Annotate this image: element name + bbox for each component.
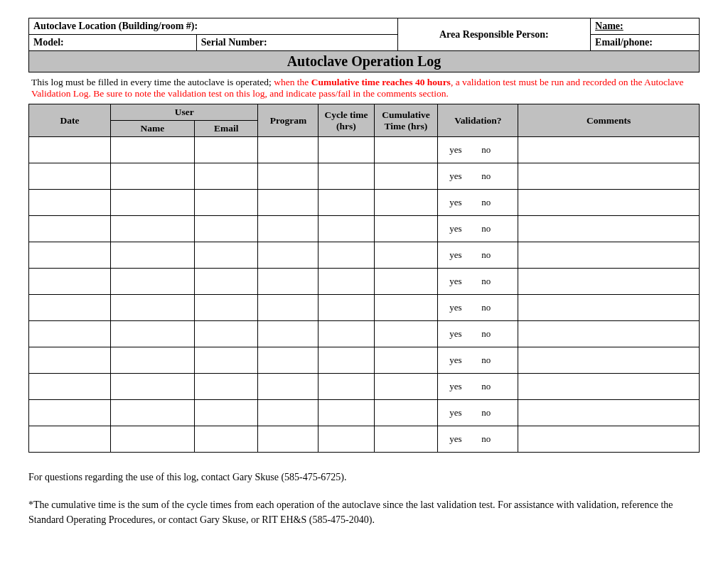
- table-cell: [29, 295, 111, 321]
- table-cell: [374, 347, 438, 374]
- table-cell: yesno: [438, 163, 518, 190]
- validation-yes: yes: [442, 249, 481, 261]
- validation-no: no: [481, 433, 510, 445]
- th-cycle: Cycle time (hrs): [318, 104, 374, 137]
- table-cell: [258, 374, 318, 400]
- name-label: Name:: [595, 21, 623, 31]
- table-cell: [258, 426, 318, 453]
- table-row: yesno: [29, 347, 700, 374]
- table-cell: [258, 295, 318, 321]
- th-email: Email: [194, 121, 258, 137]
- table-cell: [318, 163, 374, 190]
- table-cell: [374, 374, 438, 400]
- table-row: yesno: [29, 216, 700, 242]
- footer-p1: For questions regarding the use of this …: [28, 470, 700, 485]
- validation-yes: yes: [442, 144, 481, 156]
- table-cell: [111, 163, 195, 190]
- table-cell: yesno: [438, 347, 518, 374]
- footer-p2: *The cumulative time is the sum of the c…: [28, 497, 700, 527]
- table-cell: yesno: [438, 321, 518, 347]
- table-cell: yesno: [438, 295, 518, 321]
- table-cell: [374, 242, 438, 269]
- table-cell: [518, 190, 700, 216]
- table-cell: [29, 190, 111, 216]
- validation-no: no: [481, 407, 510, 418]
- table-cell: [111, 137, 195, 163]
- validation-no: no: [481, 276, 510, 287]
- table-cell: [194, 426, 258, 453]
- table-cell: yesno: [438, 190, 518, 216]
- table-cell: yesno: [438, 400, 518, 426]
- validation-yes: yes: [442, 171, 481, 182]
- table-cell: [258, 216, 318, 242]
- table-cell: [194, 242, 258, 269]
- emailphone-label: Email/phone:: [591, 35, 700, 51]
- table-cell: [194, 400, 258, 426]
- table-row: yesno: [29, 137, 700, 163]
- table-cell: [374, 400, 438, 426]
- table-cell: [194, 347, 258, 374]
- table-cell: [258, 190, 318, 216]
- table-cell: [194, 216, 258, 242]
- th-date: Date: [29, 104, 111, 137]
- table-cell: [374, 295, 438, 321]
- validation-yes: yes: [442, 223, 481, 234]
- validation-no: no: [481, 249, 510, 261]
- table-cell: [194, 374, 258, 400]
- table-cell: [518, 216, 700, 242]
- table-cell: [111, 216, 195, 242]
- instructions: This log must be filled in every time th…: [28, 72, 700, 104]
- table-cell: [518, 269, 700, 295]
- validation-yes: yes: [442, 328, 481, 340]
- validation-no: no: [481, 171, 510, 182]
- table-cell: [258, 242, 318, 269]
- validation-yes: yes: [442, 381, 481, 392]
- table-cell: [111, 295, 195, 321]
- footer: For questions regarding the use of this …: [28, 470, 700, 527]
- table-cell: [374, 426, 438, 453]
- table-cell: [518, 426, 700, 453]
- table-cell: yesno: [438, 242, 518, 269]
- table-cell: [318, 216, 374, 242]
- table-cell: [29, 216, 111, 242]
- th-name: Name: [111, 121, 195, 137]
- table-cell: [374, 137, 438, 163]
- table-cell: [318, 190, 374, 216]
- table-cell: [318, 242, 374, 269]
- table-cell: [318, 137, 374, 163]
- table-cell: [374, 163, 438, 190]
- table-cell: [194, 163, 258, 190]
- table-row: yesno: [29, 242, 700, 269]
- table-cell: [518, 321, 700, 347]
- table-cell: [318, 269, 374, 295]
- table-cell: [258, 137, 318, 163]
- table-cell: [318, 347, 374, 374]
- table-cell: [258, 400, 318, 426]
- table-row: yesno: [29, 269, 700, 295]
- validation-yes: yes: [442, 276, 481, 287]
- table-cell: [518, 163, 700, 190]
- table-cell: [374, 321, 438, 347]
- instr-red1: when the: [274, 77, 311, 87]
- table-cell: [194, 269, 258, 295]
- table-row: yesno: [29, 163, 700, 190]
- th-program: Program: [258, 104, 318, 137]
- table-row: yesno: [29, 374, 700, 400]
- table-cell: [111, 400, 195, 426]
- validation-yes: yes: [442, 197, 481, 208]
- table-cell: [518, 374, 700, 400]
- info-table: Autoclave Location (Building/room #): Ar…: [28, 18, 700, 72]
- table-cell: [518, 400, 700, 426]
- table-cell: [29, 137, 111, 163]
- table-cell: [318, 321, 374, 347]
- validation-no: no: [481, 197, 510, 208]
- model-label: Model:: [29, 35, 197, 51]
- table-row: yesno: [29, 321, 700, 347]
- area-resp-label: Area Responsible Person:: [397, 18, 590, 51]
- location-label: Autoclave Location (Building/room #):: [29, 18, 398, 35]
- instr-black1: This log must be filled in every time th…: [31, 77, 274, 87]
- table-cell: yesno: [438, 426, 518, 453]
- table-cell: [518, 137, 700, 163]
- table-row: yesno: [29, 295, 700, 321]
- validation-yes: yes: [442, 302, 481, 313]
